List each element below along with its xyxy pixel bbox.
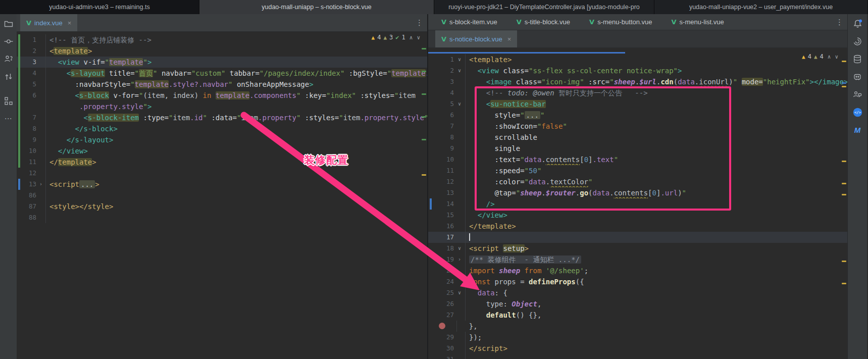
- line-number[interactable]: 27: [432, 310, 454, 321]
- pull-request-icon[interactable]: [3, 71, 14, 82]
- line-number[interactable]: 23: [432, 265, 454, 276]
- more-vertical-icon[interactable]: ⋮: [416, 14, 423, 31]
- fold-column: [36, 134, 45, 145]
- window-tab[interactable]: yudao-ui-admin-vue3 – remaining.ts: [0, 0, 199, 14]
- left-tab-bar: V index.vue × ⋮: [17, 14, 427, 32]
- line-number[interactable]: 5: [432, 98, 454, 110]
- line-number[interactable]: 31: [432, 354, 454, 359]
- code-text: const props = defineProps({: [466, 276, 847, 287]
- line-number[interactable]: 24: [432, 276, 454, 287]
- line-number[interactable]: 5: [20, 79, 36, 90]
- tab-s-notice-block-vue[interactable]: V s-notice-block.vue ×: [435, 30, 517, 47]
- users-help-icon[interactable]: [3, 54, 14, 65]
- line-number[interactable]: 88: [20, 212, 36, 223]
- line-number[interactable]: 6: [20, 90, 36, 101]
- fold-column: [36, 101, 45, 112]
- prev-issue-icon[interactable]: ∧: [410, 34, 413, 41]
- line-number[interactable]: 17: [432, 232, 454, 243]
- fold-toggle-icon[interactable]: ∨: [454, 54, 465, 65]
- notifications-bell-icon[interactable]: [852, 18, 863, 29]
- tab-s-block-item-vue[interactable]: Vs-block-item.vue: [435, 14, 503, 30]
- line-number[interactable]: 87: [20, 201, 36, 212]
- inspections-widget[interactable]: ▲ 4 ▲ 4 ∧ ∨: [802, 53, 838, 60]
- tab-index-vue[interactable]: V index.vue ×: [20, 14, 77, 31]
- marscode-icon[interactable]: M: [852, 124, 863, 135]
- line-number[interactable]: 1: [432, 54, 454, 65]
- database-icon[interactable]: [852, 54, 863, 65]
- line-number[interactable]: 3: [432, 76, 454, 87]
- fold-toggle-icon[interactable]: ∨: [454, 98, 465, 110]
- code-chat-icon[interactable]: </>: [852, 107, 863, 118]
- right-code-editor[interactable]: ▲ 4 ▲ 4 ∧ ∨ 1∨<template>2∨ <view class="…: [428, 48, 847, 359]
- window-tab[interactable]: yudao-mall-uniapp – s-notice-block.vue: [199, 0, 434, 14]
- line-number[interactable]: 10: [20, 145, 36, 157]
- fold-column: [36, 79, 45, 90]
- line-number[interactable]: 2: [20, 45, 36, 57]
- line-number[interactable]: 2: [432, 65, 454, 76]
- line-number[interactable]: 19: [432, 254, 454, 265]
- fold-toggle-icon[interactable]: ∨: [454, 65, 465, 76]
- fold-toggle-icon[interactable]: ∨: [454, 287, 465, 298]
- tab-s-menu-button-vue[interactable]: Vs-menu-button.vue: [583, 14, 658, 30]
- line-number[interactable]: 7: [20, 112, 36, 123]
- active-editor-indicator: [428, 52, 625, 54]
- breakpoint-icon[interactable]: [439, 323, 445, 329]
- community-chat-icon[interactable]: [852, 89, 863, 100]
- line-number[interactable]: 13: [432, 187, 454, 198]
- code-line: 15 </view>: [428, 210, 847, 221]
- project-folder-icon[interactable]: [3, 18, 14, 29]
- close-icon[interactable]: ×: [507, 35, 512, 43]
- prev-issue-icon[interactable]: ∧: [828, 54, 831, 60]
- line-number[interactable]: 9: [20, 134, 36, 145]
- error-stripe-mark: [842, 183, 846, 184]
- more-horizontal-icon[interactable]: ⋯: [3, 113, 14, 124]
- line-number[interactable]: 12: [432, 176, 454, 187]
- ai-assistant-icon[interactable]: [852, 36, 863, 47]
- line-number[interactable]: 18: [432, 243, 454, 254]
- line-number[interactable]: 16: [432, 221, 454, 232]
- line-number[interactable]: 30: [432, 343, 454, 354]
- line-number[interactable]: 13: [20, 179, 36, 190]
- more-vertical-icon[interactable]: ⋮: [836, 14, 843, 30]
- error-stripe-mark: [422, 48, 426, 49]
- window-tab[interactable]: yudao-mall-uniapp-vue2 – user_payment/in…: [654, 0, 868, 14]
- robot-assistant-icon[interactable]: [852, 71, 863, 82]
- error-stripe-mark: [842, 261, 846, 262]
- next-issue-icon[interactable]: ∨: [417, 34, 420, 41]
- fold-column: [36, 212, 45, 223]
- tab-s-menu-list-vue[interactable]: Vs-menu-list.vue: [666, 14, 730, 30]
- code-text: <s-layout title="首页" navbar="custom" tab…: [46, 68, 427, 79]
- fold-column: [454, 198, 465, 210]
- next-issue-icon[interactable]: ∨: [835, 54, 838, 60]
- line-number[interactable]: 26: [432, 298, 454, 310]
- line-number[interactable]: 25: [432, 287, 454, 298]
- fold-toggle-icon[interactable]: ∨: [454, 243, 465, 254]
- line-number[interactable]: 11: [20, 157, 36, 168]
- inspections-widget[interactable]: ▲ 4 ▲ 3 ✔ 1 ∧ ∨: [372, 34, 420, 41]
- line-number[interactable]: 4: [20, 68, 36, 79]
- line-number[interactable]: 14: [432, 198, 454, 210]
- line-number[interactable]: 15: [432, 210, 454, 221]
- line-number[interactable]: 6: [432, 110, 454, 121]
- line-number[interactable]: 8: [432, 132, 454, 143]
- line-number[interactable]: 10: [432, 154, 454, 165]
- line-number[interactable]: 3: [20, 57, 36, 68]
- line-number[interactable]: [20, 101, 36, 112]
- line-number[interactable]: 7: [432, 121, 454, 132]
- line-number[interactable]: 4: [432, 87, 454, 98]
- structure-icon[interactable]: [3, 95, 14, 107]
- line-number[interactable]: 8: [20, 123, 36, 134]
- fold-toggle-icon[interactable]: ›: [36, 179, 45, 190]
- left-code-editor[interactable]: ▲ 4 ▲ 3 ✔ 1 ∧ ∨ 1<!-- 首页，支持店铺装修 -->2<tem…: [17, 32, 427, 359]
- fold-toggle-icon[interactable]: ›: [454, 254, 465, 265]
- tab-s-title-block-vue[interactable]: Vs-title-block.vue: [510, 14, 576, 30]
- line-number[interactable]: 12: [20, 168, 36, 179]
- line-number[interactable]: 9: [432, 143, 454, 154]
- line-number[interactable]: 29: [432, 332, 454, 343]
- line-number[interactable]: 1: [20, 34, 36, 45]
- line-number[interactable]: 11: [432, 165, 454, 176]
- close-icon[interactable]: ×: [68, 19, 72, 27]
- window-tab[interactable]: ruoyi-vue-pro-jdk21 – DiyTemplateControl…: [434, 0, 654, 14]
- commit-icon[interactable]: [3, 36, 14, 47]
- line-number[interactable]: 86: [20, 190, 36, 201]
